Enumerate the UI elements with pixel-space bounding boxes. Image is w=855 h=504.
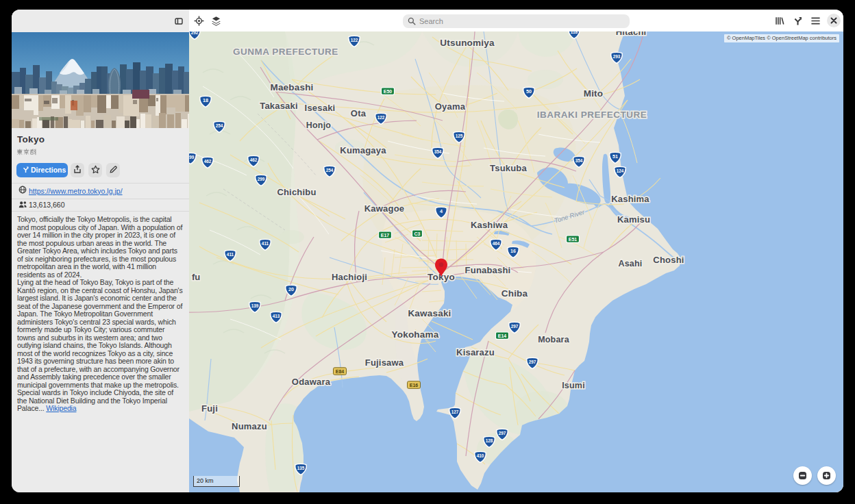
- svg-text:135: 135: [297, 466, 305, 470]
- svg-text:Kawagoe: Kawagoe: [364, 203, 404, 214]
- svg-text:E14: E14: [498, 333, 507, 338]
- svg-text:139: 139: [251, 303, 259, 308]
- svg-text:462: 462: [250, 158, 258, 162]
- svg-text:413: 413: [273, 314, 280, 318]
- svg-text:Kumagaya: Kumagaya: [340, 145, 386, 155]
- svg-text:Tsukuba: Tsukuba: [490, 163, 527, 173]
- svg-text:292: 292: [191, 32, 199, 35]
- svg-text:Kashima: Kashima: [611, 194, 649, 204]
- svg-text:Hachioji: Hachioji: [332, 272, 367, 282]
- svg-text:50: 50: [526, 88, 532, 94]
- svg-text:411: 411: [227, 252, 234, 257]
- svg-text:122: 122: [377, 115, 385, 120]
- svg-text:Isesaki: Isesaki: [305, 103, 336, 113]
- svg-text:Funabashi: Funabashi: [465, 265, 511, 275]
- svg-text:20: 20: [288, 286, 294, 292]
- svg-text:Kamisu: Kamisu: [617, 214, 650, 225]
- svg-text:Chiba: Chiba: [501, 288, 528, 299]
- svg-text:Kawasaki: Kawasaki: [408, 308, 451, 318]
- svg-text:Honjo: Honjo: [306, 121, 332, 130]
- svg-text:18: 18: [203, 97, 208, 103]
- svg-text:118: 118: [571, 32, 578, 34]
- svg-text:E51: E51: [569, 237, 578, 242]
- svg-text:299: 299: [189, 155, 195, 160]
- svg-text:464: 464: [493, 241, 500, 246]
- svg-text:Yokohama: Yokohama: [392, 329, 439, 340]
- svg-text:293: 293: [613, 54, 621, 59]
- svg-text:Isumi: Isumi: [562, 381, 585, 390]
- svg-text:C3: C3: [414, 231, 421, 236]
- svg-text:Ota: Ota: [351, 108, 367, 118]
- svg-text:462: 462: [204, 159, 212, 164]
- svg-text:297: 297: [499, 431, 506, 436]
- svg-text:410: 410: [477, 453, 484, 458]
- svg-text:Kisarazu: Kisarazu: [456, 347, 495, 357]
- svg-text:297: 297: [511, 324, 519, 329]
- svg-text:E16: E16: [410, 383, 419, 388]
- svg-text:Chichibu: Chichibu: [277, 187, 316, 197]
- svg-text:124: 124: [617, 168, 624, 173]
- svg-text:297: 297: [529, 360, 536, 364]
- svg-text:Hitachi: Hitachi: [616, 32, 647, 37]
- svg-text:Takasaki: Takasaki: [260, 101, 298, 111]
- svg-text:Utsunomiya: Utsunomiya: [440, 38, 495, 48]
- svg-text:411: 411: [262, 241, 269, 246]
- svg-text:GUNMA PREFECTURE: GUNMA PREFECTURE: [233, 47, 338, 57]
- svg-text:51: 51: [612, 153, 618, 160]
- svg-text:4: 4: [440, 208, 443, 214]
- svg-text:Mito: Mito: [584, 88, 604, 99]
- svg-text:fu: fu: [192, 272, 200, 282]
- svg-text:Choshi: Choshi: [653, 255, 684, 265]
- svg-text:IBARAKI PREFECTURE: IBARAKI PREFECTURE: [537, 110, 647, 120]
- svg-text:125: 125: [456, 134, 463, 138]
- svg-text:254: 254: [326, 168, 334, 173]
- svg-text:Maebashi: Maebashi: [270, 82, 313, 92]
- svg-text:354: 354: [434, 149, 442, 154]
- svg-text:354: 354: [575, 158, 583, 163]
- svg-text:E17: E17: [381, 233, 390, 238]
- svg-text:Kashiwa: Kashiwa: [471, 220, 508, 230]
- svg-text:Odawara: Odawara: [292, 377, 331, 387]
- svg-text:Asahi: Asahi: [618, 259, 642, 268]
- svg-text:Oyama: Oyama: [435, 101, 466, 112]
- svg-text:127: 127: [451, 410, 459, 414]
- svg-text:E50: E50: [384, 89, 393, 94]
- svg-text:Mobara: Mobara: [538, 335, 570, 344]
- svg-text:299: 299: [258, 177, 265, 181]
- svg-text:254: 254: [216, 123, 223, 128]
- svg-text:Fuji: Fuji: [201, 403, 218, 414]
- svg-text:Numazu: Numazu: [232, 421, 267, 431]
- svg-text:122: 122: [351, 38, 358, 42]
- svg-text:E84: E84: [336, 369, 345, 374]
- svg-text:16: 16: [510, 248, 516, 254]
- svg-text:Fujisawa: Fujisawa: [365, 357, 404, 368]
- svg-text:128: 128: [486, 438, 493, 443]
